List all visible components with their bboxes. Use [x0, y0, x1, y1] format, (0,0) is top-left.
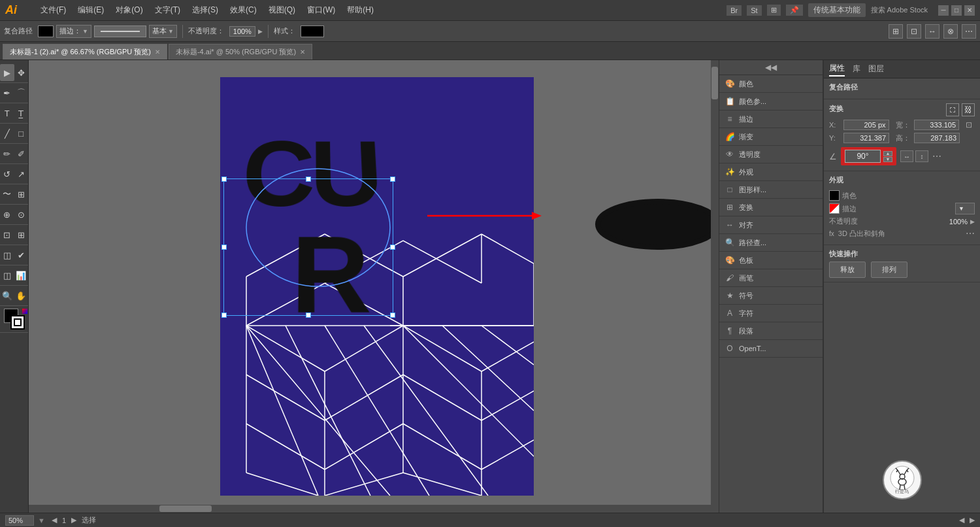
- restore-button[interactable]: □: [951, 5, 962, 16]
- stroke-color-swatch[interactable]: [10, 315, 25, 330]
- h-scrollbar-thumb[interactable]: [159, 505, 212, 512]
- workspace-label[interactable]: 传统基本功能: [808, 3, 866, 17]
- tab-1[interactable]: 未标题-1 (2).ai* @ 66.67% (RGB/GPU 预览) ✕: [3, 44, 167, 60]
- stroke-panel-item[interactable]: ≡ 描边: [719, 110, 823, 128]
- angle-up-btn[interactable]: ▲: [883, 151, 892, 156]
- line-tool[interactable]: ╱: [0, 125, 14, 142]
- opacity-expand-arrow[interactable]: ▶: [970, 218, 975, 225]
- arrange-icon[interactable]: ⊞: [767, 5, 781, 16]
- align-icon[interactable]: ↔: [925, 24, 939, 39]
- horizontal-scrollbar[interactable]: [29, 505, 719, 513]
- tab-layers[interactable]: 图层: [868, 62, 884, 76]
- brushes-panel-item[interactable]: 🖌 画笔: [719, 269, 823, 287]
- zoom-input[interactable]: [5, 515, 34, 526]
- paragraph-panel-item[interactable]: ¶ 段落: [719, 322, 823, 340]
- vertical-scrollbar[interactable]: [711, 60, 719, 513]
- stroke-style-dropdown[interactable]: 基本 ▼: [149, 25, 177, 38]
- transform-reference-icon[interactable]: [946, 103, 959, 116]
- fill-swatch[interactable]: [38, 26, 54, 37]
- style-swatch[interactable]: [301, 26, 324, 37]
- color-panel-item[interactable]: 🎨 颜色: [719, 75, 823, 93]
- curvature-tool[interactable]: ⌒: [14, 84, 29, 101]
- menu-select[interactable]: 选择(S): [187, 3, 223, 17]
- pin-icon[interactable]: 📌: [786, 5, 803, 16]
- type-tool[interactable]: T: [0, 105, 14, 122]
- arrange-button[interactable]: 排列: [871, 262, 907, 278]
- gradient-tool[interactable]: ◫: [0, 246, 14, 264]
- release-button[interactable]: 释放: [829, 262, 866, 278]
- zoom-tool[interactable]: 🔍: [0, 287, 14, 304]
- angle-down-btn[interactable]: ▼: [883, 157, 892, 162]
- gradient-panel-item[interactable]: 🌈 渐变: [719, 128, 823, 146]
- stroke-options-dropdown[interactable]: ▼: [955, 203, 975, 214]
- w-value[interactable]: 333.105: [914, 120, 960, 130]
- transform-icon[interactable]: ⊡: [907, 24, 921, 39]
- transform-panel-item[interactable]: ⊞ 变换: [719, 199, 823, 216]
- tab-properties[interactable]: 属性: [829, 61, 845, 76]
- minimize-button[interactable]: ─: [938, 5, 949, 16]
- stroke-swatch-prop[interactable]: [829, 203, 840, 214]
- touch-type-tool[interactable]: T̲: [14, 105, 29, 122]
- nav-prev-btn[interactable]: ◀: [52, 516, 57, 524]
- shape-builder-tool[interactable]: ⊕: [0, 206, 14, 223]
- h-value[interactable]: 287.183: [914, 133, 960, 143]
- nav-next-btn[interactable]: ▶: [71, 516, 76, 524]
- canvas-area[interactable]: CU R ◀: [29, 60, 719, 513]
- perspective-tool[interactable]: ⊡: [0, 226, 14, 243]
- swatches-panel-item[interactable]: 🎨 色板: [719, 252, 823, 269]
- rect-tool[interactable]: □: [14, 125, 29, 142]
- swap-colors-icon[interactable]: [22, 309, 27, 314]
- grid-icon[interactable]: ⊞: [889, 24, 903, 39]
- pencil-tool[interactable]: ✐: [14, 145, 29, 162]
- search-stock[interactable]: 搜索 Adobe Stock: [871, 5, 928, 15]
- flip-h-btn[interactable]: ↔: [900, 150, 913, 162]
- flip-v-btn[interactable]: ↕: [915, 150, 928, 162]
- color-guide-item[interactable]: 📋 颜色参...: [719, 93, 823, 110]
- bridge-icon[interactable]: Br: [727, 5, 742, 16]
- menu-help[interactable]: 帮助(H): [342, 3, 379, 17]
- close-button[interactable]: ✕: [964, 5, 975, 16]
- angle-input[interactable]: [845, 150, 881, 163]
- mesh-tool[interactable]: ⊞: [14, 226, 29, 243]
- selection-tool[interactable]: ▶: [0, 64, 14, 81]
- resize-icon[interactable]: ⊡: [963, 119, 975, 131]
- y-value[interactable]: 321.387: [843, 133, 889, 143]
- menu-object[interactable]: 对象(O): [110, 3, 148, 17]
- fill-swatch-prop[interactable]: [829, 190, 840, 201]
- align-panel-item[interactable]: ↔ 对齐: [719, 216, 823, 234]
- pathfinder-icon[interactable]: ⊗: [943, 24, 958, 39]
- tab-libraries[interactable]: 库: [853, 62, 860, 76]
- more-options-icon[interactable]: ⋯: [966, 228, 975, 239]
- rotate-tool[interactable]: ↺: [0, 165, 14, 182]
- chart-tool[interactable]: 📊: [14, 267, 29, 284]
- page-nav-prev[interactable]: ◀: [959, 516, 964, 524]
- opacity-input[interactable]: [229, 26, 255, 37]
- panels-collapse[interactable]: ◀◀: [719, 60, 823, 75]
- hand-tool[interactable]: ✋: [14, 287, 29, 304]
- symbols-panel-item[interactable]: ★ 符号: [719, 287, 823, 305]
- paintbrush-tool[interactable]: ✏: [0, 145, 14, 162]
- more-icon[interactable]: ⋯: [962, 24, 976, 39]
- menu-file[interactable]: 文件(F): [35, 3, 71, 17]
- opentype-panel-item[interactable]: O OpenT...: [719, 340, 823, 358]
- character-panel-item[interactable]: A 字符: [719, 305, 823, 322]
- free-transform-tool[interactable]: ⊞: [14, 186, 29, 203]
- graphic-styles-item[interactable]: □ 图形样...: [719, 181, 823, 199]
- menu-view[interactable]: 视图(Q): [263, 3, 301, 17]
- page-nav-next[interactable]: ▶: [970, 516, 975, 524]
- menu-window[interactable]: 窗口(W): [302, 3, 340, 17]
- eyedropper-tool[interactable]: ✔: [14, 246, 29, 264]
- pen-tool[interactable]: ✒: [0, 84, 14, 101]
- live-paint-tool[interactable]: ⊙: [14, 206, 29, 223]
- transform-more-icon[interactable]: ⋯: [932, 151, 941, 162]
- tab-1-close[interactable]: ✕: [155, 48, 160, 56]
- tab-2[interactable]: 未标题-4.ai* @ 50% (RGB/GPU 预览) ✕: [169, 44, 312, 60]
- x-value[interactable]: 205 px: [843, 120, 889, 130]
- pathfinder-panel-item[interactable]: 🔍 路径查...: [719, 234, 823, 252]
- warp-tool[interactable]: 〜: [0, 186, 14, 203]
- menu-edit[interactable]: 编辑(E): [73, 3, 109, 17]
- appearance-panel-item[interactable]: ✨ 外观: [719, 163, 823, 181]
- tab-2-close[interactable]: ✕: [300, 48, 305, 56]
- transform-link-icon[interactable]: ⛓: [962, 103, 975, 116]
- stroke-dropdown[interactable]: 描边： ▼: [56, 25, 91, 38]
